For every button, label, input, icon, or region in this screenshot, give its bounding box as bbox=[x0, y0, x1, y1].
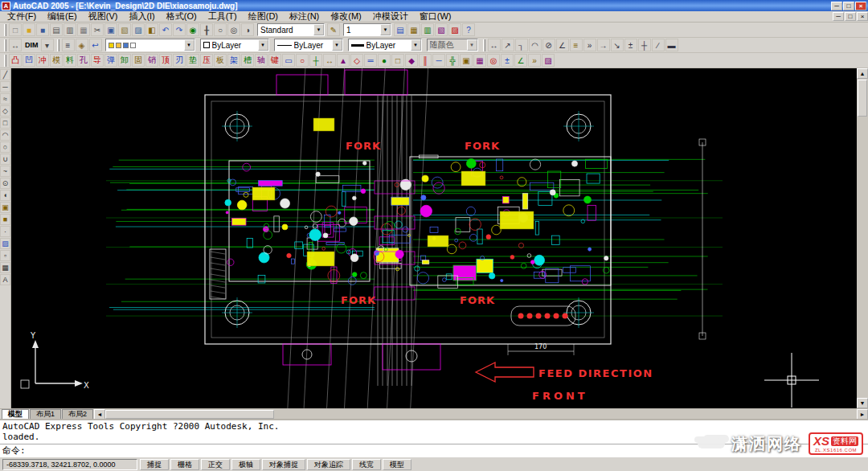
publish-icon[interactable]: ▦ bbox=[77, 23, 90, 36]
line-icon[interactable]: ╱ bbox=[0, 69, 10, 80]
menu-view[interactable]: 视图(V) bbox=[83, 11, 124, 22]
strip-icon[interactable]: 料 bbox=[63, 54, 76, 67]
express-tool-14-icon[interactable]: ▣ bbox=[460, 54, 473, 67]
express-tool-05-icon[interactable]: ▲ bbox=[337, 54, 350, 67]
status-grid-button[interactable]: 栅格 bbox=[170, 459, 199, 470]
zoom-realtime-icon[interactable]: ○ bbox=[214, 23, 227, 36]
zoom-window-icon[interactable]: ◎ bbox=[227, 23, 240, 36]
scroll-down-button[interactable]: ▼ bbox=[857, 398, 868, 408]
text-style-combo[interactable]: Standard ▼ bbox=[257, 23, 325, 36]
express-tool-03-icon[interactable]: ┼ bbox=[309, 54, 322, 67]
block-icon[interactable]: ◧ bbox=[145, 23, 158, 36]
properties-icon[interactable]: ▤ bbox=[394, 23, 407, 36]
status-model-button[interactable]: 模型 bbox=[383, 459, 411, 470]
dim-edit-icon[interactable]: ∕ bbox=[652, 39, 665, 51]
tab-model[interactable]: 模型 bbox=[2, 409, 29, 419]
xline-icon[interactable]: ─ bbox=[0, 81, 10, 92]
lineweight-combo-arrow[interactable]: ▼ bbox=[411, 39, 421, 51]
vertical-scrollbar[interactable]: ▲ ▼ bbox=[857, 68, 868, 408]
center-mark-icon[interactable]: ┼ bbox=[638, 39, 651, 51]
markup-icon[interactable]: ▨ bbox=[448, 23, 461, 36]
sheetset-icon[interactable]: ▧ bbox=[435, 23, 448, 36]
express-tool-10-icon[interactable]: ◆ bbox=[405, 54, 418, 67]
express-tool-12-icon[interactable]: ─ bbox=[432, 54, 445, 67]
mtext-icon[interactable]: A bbox=[0, 274, 10, 285]
quick-leader-icon[interactable]: ↘ bbox=[611, 39, 624, 51]
status-otrack-button[interactable]: 对象追踪 bbox=[307, 459, 350, 470]
insert-block-icon[interactable]: ▣ bbox=[0, 202, 10, 213]
status-osnap-button[interactable]: 对象捕捉 bbox=[262, 459, 305, 470]
dim-continue-icon[interactable]: → bbox=[597, 39, 610, 51]
menu-insert[interactable]: 插入(I) bbox=[123, 11, 160, 22]
new-icon[interactable]: □ bbox=[9, 23, 22, 36]
vertical-scroll-thumb[interactable] bbox=[858, 80, 867, 117]
menu-die-design[interactable]: 冲模设计 bbox=[367, 11, 414, 22]
status-snap-button[interactable]: 捕捉 bbox=[140, 459, 169, 470]
arc-icon[interactable]: ◠ bbox=[0, 129, 10, 141]
ellipse-icon[interactable]: ⊙ bbox=[0, 178, 10, 189]
drawing-svg[interactable]: 170FORKFORKFORKFORKFEED DIRECTIONFRONTYX bbox=[11, 68, 857, 408]
express-tool-09-icon[interactable]: □ bbox=[391, 54, 404, 67]
menu-format[interactable]: 格式(O) bbox=[161, 11, 203, 22]
punch-icon[interactable]: 凸 bbox=[9, 54, 22, 67]
express-tool-15-icon[interactable]: ▦ bbox=[473, 54, 486, 67]
scroll-up-button[interactable]: ▲ bbox=[857, 68, 868, 79]
undo-icon[interactable]: ↶ bbox=[159, 23, 172, 36]
make-object-layer-icon[interactable]: ◈ bbox=[76, 39, 88, 51]
mdi-restore-button[interactable]: □ bbox=[845, 12, 856, 21]
toolbar-grip[interactable] bbox=[4, 24, 6, 36]
tolerance-icon[interactable]: ± bbox=[624, 39, 637, 51]
express-tool-13-icon[interactable]: ╬ bbox=[446, 54, 459, 67]
style-brush-icon[interactable]: ✎ bbox=[327, 23, 340, 36]
express-tool-01-icon[interactable]: ▭ bbox=[282, 54, 295, 67]
express-tool-20-icon[interactable]: ▨ bbox=[542, 54, 555, 67]
revcloud-icon[interactable]: ∪ bbox=[0, 154, 10, 165]
toolbar-grip[interactable] bbox=[483, 39, 485, 51]
dim-radius-icon[interactable]: ◠ bbox=[529, 39, 542, 51]
toolbar-grip[interactable] bbox=[4, 55, 6, 67]
stamp-icon[interactable]: 冲 bbox=[36, 54, 49, 67]
copy-icon[interactable]: ▣ bbox=[104, 23, 117, 36]
menu-edit[interactable]: 编辑(E) bbox=[42, 11, 83, 22]
paste-icon[interactable]: ▧ bbox=[118, 23, 131, 36]
key-icon[interactable]: 键 bbox=[268, 54, 281, 67]
dim-flyout-icon[interactable]: ▾ bbox=[41, 39, 54, 51]
linetype-combo[interactable]: ByLayer ▼ bbox=[274, 39, 343, 51]
open-icon[interactable]: ■ bbox=[23, 23, 35, 36]
match-properties-icon[interactable]: ▨ bbox=[132, 23, 145, 36]
shaft-icon[interactable]: 轴 bbox=[255, 54, 268, 67]
restore-button[interactable]: □ bbox=[843, 2, 854, 10]
dim-aligned-icon[interactable]: ↗ bbox=[502, 39, 514, 51]
pad-icon[interactable]: 垫 bbox=[186, 54, 199, 67]
menu-dimension[interactable]: 标注(N) bbox=[284, 11, 325, 22]
status-lwt-button[interactable]: 线宽 bbox=[352, 459, 381, 470]
dim-baseline-icon[interactable]: » bbox=[583, 39, 596, 51]
dim-angular-icon[interactable]: ∠ bbox=[556, 39, 569, 51]
qdim-icon[interactable]: ↔ bbox=[9, 39, 22, 51]
layer-combo[interactable]: ▼ bbox=[105, 39, 195, 51]
menu-draw[interactable]: 绘图(D) bbox=[243, 11, 284, 22]
horizontal-scroll-track[interactable] bbox=[274, 409, 857, 419]
plate-icon[interactable]: 板 bbox=[214, 54, 227, 67]
express-tool-18-icon[interactable]: ∠ bbox=[514, 54, 527, 67]
horizontal-scroll-thumb[interactable] bbox=[105, 410, 274, 419]
vertical-scroll-track[interactable] bbox=[857, 117, 868, 398]
spline-icon[interactable]: ~ bbox=[0, 166, 10, 177]
drawing-canvas[interactable]: 170FORKFORKFORKFORKFEED DIRECTIONFRONTYX bbox=[11, 68, 857, 408]
menu-modify[interactable]: 修改(M) bbox=[325, 11, 367, 22]
rectangle-icon[interactable]: □ bbox=[0, 117, 10, 129]
color-combo-arrow[interactable]: ▼ bbox=[258, 39, 268, 51]
stripper-icon[interactable]: 卸 bbox=[118, 54, 131, 67]
cut-icon[interactable]: ✂ bbox=[91, 23, 104, 36]
slot-icon[interactable]: 槽 bbox=[241, 54, 254, 67]
express-tool-02-icon[interactable]: ○ bbox=[296, 54, 309, 67]
zoom-previous-icon[interactable]: ◑ bbox=[241, 23, 254, 36]
express-tool-07-icon[interactable]: ═ bbox=[364, 54, 377, 67]
status-ortho-button[interactable]: 正交 bbox=[201, 459, 230, 470]
tool-palettes-icon[interactable]: ▥ bbox=[421, 23, 434, 36]
quick-dim-icon[interactable]: ≡ bbox=[570, 39, 583, 51]
express-tool-19-icon[interactable]: » bbox=[528, 54, 541, 67]
menu-window[interactable]: 窗口(W) bbox=[414, 11, 457, 22]
tab-layout1[interactable]: 布局1 bbox=[30, 409, 61, 419]
redo-icon[interactable]: ↷ bbox=[173, 23, 186, 36]
